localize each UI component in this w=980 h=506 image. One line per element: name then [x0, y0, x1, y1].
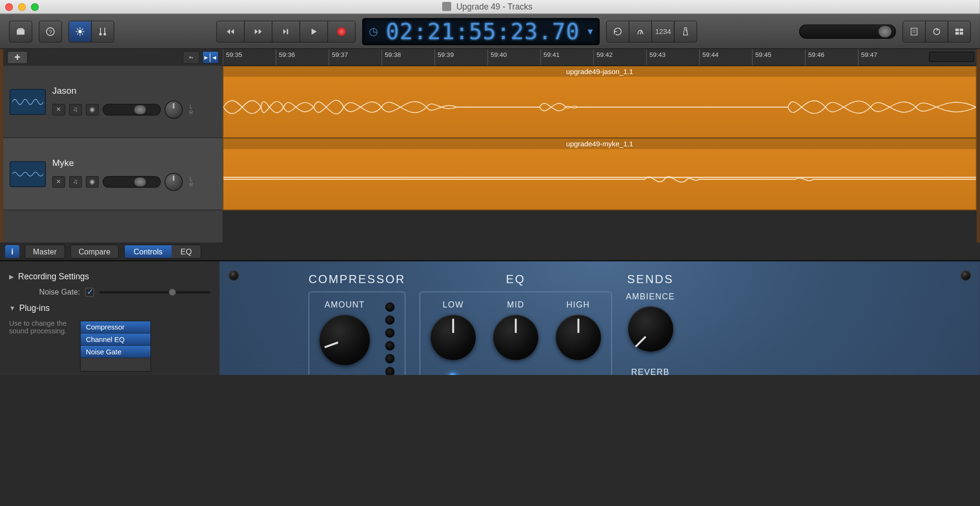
svg-point-14 — [103, 33, 106, 35]
master-volume-slider[interactable] — [799, 24, 896, 39]
waveform — [223, 150, 976, 208]
cycle-button[interactable] — [606, 20, 630, 42]
svg-point-13 — [99, 33, 101, 35]
compressor-box: AMOUNT — [309, 292, 405, 375]
compare-button[interactable]: Compare — [70, 244, 119, 259]
notepad-button[interactable] — [902, 20, 926, 42]
pan-right-label: R — [187, 110, 196, 115]
loops-button[interactable] — [925, 20, 948, 42]
media-browser-button[interactable] — [947, 20, 971, 42]
clock-icon: ◷ — [369, 25, 378, 38]
solo-headphones-button[interactable]: ♫ — [69, 176, 82, 187]
lcd-dropdown-icon[interactable]: ▾ — [588, 25, 593, 38]
compressor-title: COMPRESSOR — [309, 273, 405, 286]
svg-line-11 — [77, 33, 78, 34]
window-title-text: Upgrade 49 - Tracks — [457, 2, 533, 11]
ruler-tick: 59:40 — [487, 49, 540, 66]
fullscreen-window-button[interactable] — [31, 3, 39, 11]
eq-mid-knob[interactable] — [493, 315, 538, 360]
plugins-disclosure[interactable]: ▼Plug-ins — [9, 299, 211, 317]
noise-gate-checkbox[interactable] — [85, 288, 94, 297]
play-button[interactable] — [300, 20, 328, 42]
lcd-display[interactable]: ◷ 02:21:55:23.70 ▾ — [362, 18, 600, 45]
audio-region[interactable]: upgrade49-myke_1.1 — [223, 138, 977, 210]
master-volume-thumb[interactable] — [879, 25, 891, 37]
smart-controls-button[interactable] — [68, 20, 92, 42]
forward-button[interactable] — [244, 20, 272, 42]
svg-rect-18 — [911, 28, 917, 34]
arrange-area[interactable]: 59:3559:3659:3759:3859:3959:4059:4159:42… — [223, 49, 977, 243]
input-monitor-button[interactable]: ◉ — [86, 176, 99, 187]
track-headers: + •• ▸│◂ Jason ✕ ♫ ◉ LR — [3, 49, 223, 243]
track-volume-slider[interactable] — [102, 104, 160, 115]
tuner-button[interactable] — [629, 20, 652, 42]
svg-rect-15 — [287, 29, 288, 34]
svg-line-10 — [82, 33, 83, 34]
svg-rect-22 — [956, 28, 959, 31]
track-row[interactable]: Jason ✕ ♫ ◉ LR — [3, 66, 223, 138]
automation-button[interactable]: •• — [183, 51, 200, 64]
compressor-amount-knob[interactable] — [320, 315, 370, 365]
ruler-tick: 59:42 — [593, 49, 646, 66]
ruler-tick: 59:39 — [434, 49, 488, 66]
recording-settings-label: Recording Settings — [18, 272, 89, 281]
ruler-tick: 59:35 — [223, 49, 276, 66]
editors-button[interactable] — [91, 20, 114, 42]
eq-tab[interactable]: EQ — [171, 245, 200, 258]
library-button[interactable] — [9, 20, 33, 42]
screw-icon — [229, 270, 239, 281]
waveform — [223, 78, 976, 136]
record-icon — [337, 27, 346, 36]
solo-headphones-button[interactable]: ♫ — [69, 104, 82, 115]
region-label: upgrade49-myke_1.1 — [223, 139, 976, 149]
ruler-tick: 59:43 — [646, 49, 699, 66]
stop-button[interactable] — [272, 20, 300, 42]
svg-rect-25 — [960, 32, 963, 34]
rewind-button[interactable] — [216, 20, 245, 42]
pan-knob[interactable] — [165, 100, 183, 119]
eq-mid-label: MID — [507, 300, 524, 309]
plugin-slot[interactable]: Compressor — [81, 321, 151, 334]
ambience-knob[interactable] — [628, 307, 673, 352]
plugin-slot[interactable]: Noise Gate — [81, 346, 151, 358]
input-monitor-button[interactable]: ◉ — [86, 104, 99, 115]
svg-text:?: ? — [49, 28, 52, 34]
plugin-slot[interactable]: Channel EQ — [81, 333, 151, 346]
catch-playhead-button[interactable]: ▸│◂ — [202, 51, 219, 64]
pan-knob[interactable] — [165, 173, 183, 191]
eq-low-knob[interactable] — [431, 315, 476, 360]
track-name: Jason — [52, 85, 216, 95]
main-toolbar: ? ◷ 02:21:55:23.70 ▾ 1234 — [0, 14, 980, 49]
record-button[interactable] — [327, 20, 356, 42]
count-in-button[interactable]: 1234 — [652, 20, 675, 42]
inspector-toggle-button[interactable]: i — [5, 245, 20, 258]
svg-line-9 — [77, 28, 78, 30]
eq-high-knob[interactable] — [556, 315, 601, 360]
track-icon — [10, 88, 46, 114]
effects-rack: COMPRESSOR AMOUNT — [220, 261, 980, 375]
add-track-button[interactable]: + — [7, 51, 28, 64]
metronome-button[interactable] — [674, 20, 698, 42]
track-volume-slider[interactable] — [102, 176, 160, 187]
zoom-slider[interactable] — [929, 52, 974, 62]
noise-gate-slider[interactable] — [100, 291, 211, 293]
clips-area[interactable]: upgrade49-jason_1.1 upgrade49-myke_1.1 — [223, 66, 977, 243]
mute-button[interactable]: ✕ — [52, 176, 65, 187]
mute-button[interactable]: ✕ — [52, 104, 65, 115]
controls-tab[interactable]: Controls — [124, 245, 171, 258]
recording-settings-disclosure[interactable]: ▶Recording Settings — [9, 268, 211, 285]
master-button[interactable]: Master — [24, 244, 65, 259]
eq-box: LOW MID MID FREQ — [420, 292, 612, 375]
track-row[interactable]: Myke ✕ ♫ ◉ LR — [3, 138, 223, 210]
audio-region[interactable]: upgrade49-jason_1.1 — [223, 66, 977, 138]
track-name: Myke — [52, 157, 216, 167]
close-window-button[interactable] — [5, 3, 13, 11]
quick-help-button[interactable]: ? — [39, 20, 62, 42]
plugin-empty-slot[interactable] — [81, 358, 151, 371]
sends-title: SENDS — [626, 273, 675, 286]
amount-label: AMOUNT — [324, 300, 365, 309]
timeline-ruler[interactable]: 59:3559:3659:3759:3859:3959:4059:4159:42… — [223, 49, 977, 66]
region-label: upgrade49-jason_1.1 — [223, 66, 976, 77]
minimize-window-button[interactable] — [18, 3, 26, 11]
window-titlebar: Upgrade 49 - Tracks — [0, 0, 980, 14]
